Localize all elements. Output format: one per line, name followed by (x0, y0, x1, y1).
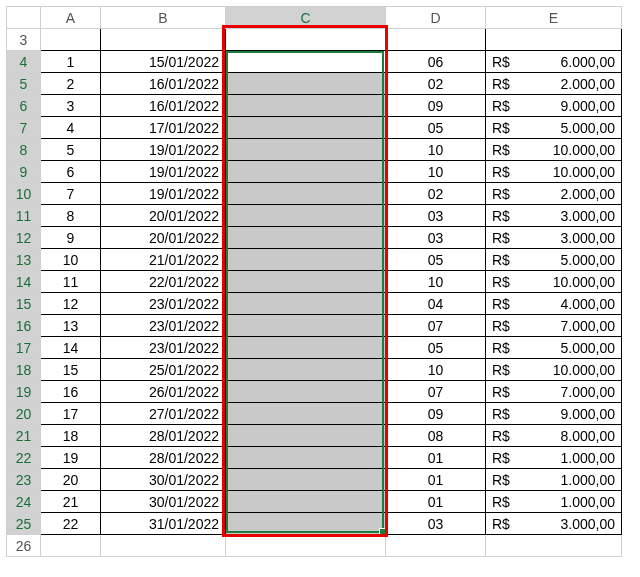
cell-produto[interactable]: 03 (386, 227, 486, 249)
empty-cell[interactable] (41, 535, 101, 557)
cell-num[interactable]: 9 (41, 227, 101, 249)
table-header-num[interactable]: # (41, 29, 101, 51)
row-header[interactable]: 7 (7, 117, 41, 139)
cell-produto[interactable]: 10 (386, 139, 486, 161)
row-header[interactable]: 15 (7, 293, 41, 315)
cell-produto[interactable]: 09 (386, 95, 486, 117)
cell-produto[interactable]: 08 (386, 425, 486, 447)
row-header[interactable]: 25 (7, 513, 41, 535)
cell-vendedor[interactable] (226, 271, 386, 293)
cell-produto[interactable]: 05 (386, 337, 486, 359)
row-header[interactable]: 23 (7, 469, 41, 491)
cell-valor[interactable]: R$3.000,00 (486, 513, 622, 535)
cell-vendedor[interactable] (226, 425, 386, 447)
empty-cell[interactable] (486, 535, 622, 557)
table-header-produto[interactable]: PRODUTO (386, 29, 486, 51)
row-header[interactable]: 24 (7, 491, 41, 513)
empty-cell[interactable] (101, 535, 226, 557)
cell-num[interactable]: 13 (41, 315, 101, 337)
table-header-vendedor[interactable]: VENDEDOR (226, 29, 386, 51)
cell-produto[interactable]: 07 (386, 315, 486, 337)
cell-valor[interactable]: R$4.000,00 (486, 293, 622, 315)
cell-produto[interactable]: 01 (386, 491, 486, 513)
cell-num[interactable]: 3 (41, 95, 101, 117)
cell-valor[interactable]: R$3.000,00 (486, 227, 622, 249)
cell-data[interactable]: 26/01/2022 (101, 381, 226, 403)
cell-num[interactable]: 4 (41, 117, 101, 139)
cell-data[interactable]: 28/01/2022 (101, 447, 226, 469)
select-all-corner[interactable] (7, 7, 41, 29)
cell-produto[interactable]: 02 (386, 73, 486, 95)
cell-valor[interactable]: R$2.000,00 (486, 183, 622, 205)
cell-valor[interactable]: R$10.000,00 (486, 271, 622, 293)
spreadsheet-grid[interactable]: ABCDE3#DATAVENDEDORPRODUTOVALOR4115/01/2… (6, 6, 622, 557)
row-header[interactable]: 19 (7, 381, 41, 403)
row-header[interactable]: 18 (7, 359, 41, 381)
empty-cell[interactable] (386, 535, 486, 557)
cell-num[interactable]: 2 (41, 73, 101, 95)
cell-valor[interactable]: R$1.000,00 (486, 491, 622, 513)
cell-valor[interactable]: R$3.000,00 (486, 205, 622, 227)
cell-num[interactable]: 7 (41, 183, 101, 205)
cell-data[interactable]: 31/01/2022 (101, 513, 226, 535)
cell-valor[interactable]: R$6.000,00 (486, 51, 622, 73)
cell-num[interactable]: 14 (41, 337, 101, 359)
row-header[interactable]: 6 (7, 95, 41, 117)
row-header[interactable]: 12 (7, 227, 41, 249)
row-header[interactable]: 5 (7, 73, 41, 95)
row-header[interactable]: 11 (7, 205, 41, 227)
cell-vendedor[interactable] (226, 51, 386, 73)
cell-num[interactable]: 11 (41, 271, 101, 293)
row-header[interactable]: 26 (7, 535, 41, 557)
cell-valor[interactable]: R$5.000,00 (486, 337, 622, 359)
row-header[interactable]: 22 (7, 447, 41, 469)
row-header[interactable]: 9 (7, 161, 41, 183)
cell-vendedor[interactable] (226, 447, 386, 469)
cell-data[interactable]: 30/01/2022 (101, 469, 226, 491)
cell-data[interactable]: 28/01/2022 (101, 425, 226, 447)
cell-produto[interactable]: 10 (386, 359, 486, 381)
cell-num[interactable]: 16 (41, 381, 101, 403)
cell-data[interactable]: 19/01/2022 (101, 161, 226, 183)
column-header[interactable]: A (41, 7, 101, 29)
cell-valor[interactable]: R$10.000,00 (486, 359, 622, 381)
cell-data[interactable]: 20/01/2022 (101, 227, 226, 249)
cell-num[interactable]: 15 (41, 359, 101, 381)
cell-produto[interactable]: 01 (386, 447, 486, 469)
cell-valor[interactable]: R$9.000,00 (486, 403, 622, 425)
cell-vendedor[interactable] (226, 183, 386, 205)
table-header-valor[interactable]: VALOR (486, 29, 622, 51)
cell-vendedor[interactable] (226, 359, 386, 381)
cell-data[interactable]: 16/01/2022 (101, 73, 226, 95)
cell-vendedor[interactable] (226, 95, 386, 117)
empty-cell[interactable] (226, 535, 386, 557)
row-header[interactable]: 3 (7, 29, 41, 51)
cell-vendedor[interactable] (226, 403, 386, 425)
cell-num[interactable]: 22 (41, 513, 101, 535)
cell-vendedor[interactable] (226, 227, 386, 249)
row-header[interactable]: 8 (7, 139, 41, 161)
row-header[interactable]: 14 (7, 271, 41, 293)
cell-produto[interactable]: 10 (386, 161, 486, 183)
cell-produto[interactable]: 03 (386, 513, 486, 535)
cell-produto[interactable]: 04 (386, 293, 486, 315)
cell-data[interactable]: 20/01/2022 (101, 205, 226, 227)
cell-produto[interactable]: 05 (386, 117, 486, 139)
cell-num[interactable]: 21 (41, 491, 101, 513)
cell-valor[interactable]: R$10.000,00 (486, 139, 622, 161)
cell-vendedor[interactable] (226, 491, 386, 513)
cell-produto[interactable]: 05 (386, 249, 486, 271)
cell-produto[interactable]: 03 (386, 205, 486, 227)
cell-data[interactable]: 30/01/2022 (101, 491, 226, 513)
cell-valor[interactable]: R$10.000,00 (486, 161, 622, 183)
row-header[interactable]: 10 (7, 183, 41, 205)
cell-valor[interactable]: R$5.000,00 (486, 117, 622, 139)
column-header[interactable]: B (101, 7, 226, 29)
cell-valor[interactable]: R$7.000,00 (486, 315, 622, 337)
cell-vendedor[interactable] (226, 73, 386, 95)
cell-valor[interactable]: R$1.000,00 (486, 469, 622, 491)
cell-data[interactable]: 22/01/2022 (101, 271, 226, 293)
cell-data[interactable]: 23/01/2022 (101, 293, 226, 315)
cell-vendedor[interactable] (226, 469, 386, 491)
cell-produto[interactable]: 01 (386, 469, 486, 491)
